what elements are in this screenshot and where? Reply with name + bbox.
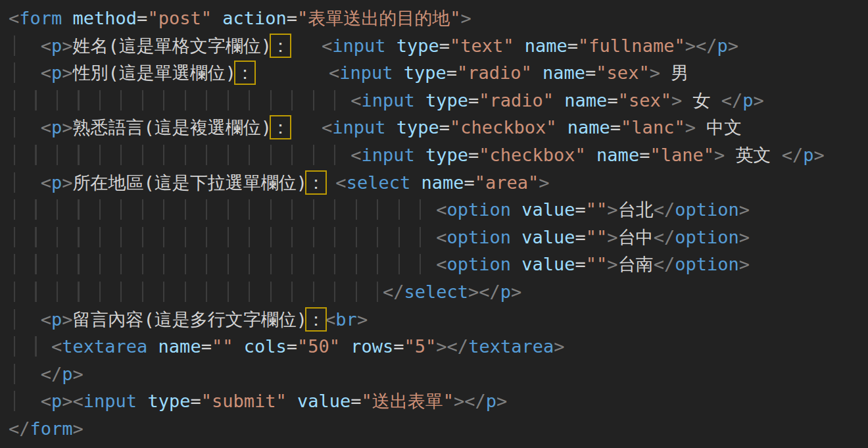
bracket-token: </: [782, 145, 804, 165]
tag-name-token: select: [404, 282, 468, 302]
equals-token: =: [575, 199, 586, 220]
equals-token: =: [287, 336, 297, 357]
whitespace: [289, 36, 322, 56]
code-line-5[interactable]: <p>熟悉語言(這是複選欄位)： <input type="checkbox" …: [9, 114, 868, 141]
code-line-16[interactable]: </form>: [9, 415, 868, 443]
attribute-name-token: type: [397, 117, 439, 137]
tag-name-token: option: [675, 199, 739, 220]
string-token: "送出表單": [362, 391, 454, 411]
indent-whitespace: [9, 336, 51, 357]
bracket-token: </: [721, 90, 743, 111]
string-token: "sex": [618, 90, 671, 111]
text-token: [554, 90, 564, 111]
code-line-13[interactable]: <textarea name="" cols="50" rows="5"></t…: [9, 333, 868, 361]
attribute-name-token: type: [397, 36, 439, 56]
bracket-token: >: [461, 8, 471, 28]
code-line-7[interactable]: <p>所在地區(這是下拉選單欄位)： <select name="area">: [9, 169, 868, 197]
code-line-8[interactable]: <option value="">台北</option>: [9, 196, 868, 224]
tag-name-token: input: [332, 117, 385, 137]
text-token: [385, 117, 396, 137]
bracket-token: >: [814, 145, 825, 165]
bracket-token: >: [739, 199, 750, 220]
equals-token: =: [575, 254, 586, 274]
bracket-token: <: [322, 36, 332, 56]
indent-whitespace: [9, 62, 41, 83]
text-token: [511, 254, 521, 274]
indent-whitespace: [9, 90, 350, 111]
string-token: "lane": [650, 145, 714, 165]
equals-token: =: [468, 90, 479, 111]
unicode-highlighted-colon: ：: [307, 172, 325, 193]
bracket-token: <: [322, 117, 332, 137]
tag-name-token: p: [51, 172, 62, 193]
code-line-3[interactable]: <p>性別(這是單選欄位)： <input type="radio" name=…: [9, 59, 868, 87]
string-token: "": [586, 199, 608, 220]
code-editor[interactable]: <form method="post" action="表單送出的目的地"> <…: [0, 0, 868, 448]
string-token: "表單送出的目的地": [297, 8, 461, 28]
bracket-token: ><: [62, 391, 84, 411]
tag-name-token: textarea: [62, 336, 147, 357]
bracket-token: >: [357, 309, 368, 330]
tag-name-token: p: [51, 309, 62, 330]
string-token: "checkbox": [450, 117, 557, 137]
equals-token: =: [567, 36, 578, 56]
equals-token: =: [585, 62, 596, 83]
tag-name-token: option: [675, 254, 739, 274]
equals-token: =: [639, 145, 650, 165]
text-token: 台南: [618, 254, 654, 274]
code-line-10[interactable]: <option value="">台南</option>: [9, 251, 868, 278]
equals-token: =: [607, 90, 617, 111]
text-token: 英文: [725, 145, 782, 165]
code-line-4[interactable]: <input type="radio" name="sex"> 女 </p>: [9, 87, 868, 114]
code-line-12[interactable]: <p>留言內容(這是多行文字欄位)：<br>: [9, 306, 868, 334]
bracket-token: ></: [436, 336, 468, 357]
indent-whitespace: [9, 282, 383, 302]
bracket-token: >: [496, 391, 507, 411]
tag-name-token: form: [30, 418, 73, 439]
indent-whitespace: [9, 36, 41, 56]
bracket-token: >: [554, 336, 564, 357]
bracket-token: <: [41, 117, 51, 137]
attribute-name-token: rows: [350, 336, 393, 357]
attribute-name-token: name: [596, 145, 639, 165]
tag-name-token: input: [361, 145, 414, 165]
indent-whitespace: [9, 117, 41, 137]
bracket-token: </: [9, 418, 30, 439]
code-line-2[interactable]: <p>姓名(這是單格文字欄位)： <input type="text" name…: [9, 32, 868, 60]
equals-token: =: [393, 336, 404, 357]
attribute-name-token: value: [521, 227, 575, 247]
tag-name-token: p: [486, 391, 496, 411]
code-line-9[interactable]: <option value="">台中</option>: [9, 224, 868, 251]
string-token: "5": [404, 336, 437, 357]
text-token: [514, 36, 525, 56]
tag-name-token: input: [332, 36, 385, 56]
bracket-token: <: [41, 391, 51, 411]
code-line-1[interactable]: <form method="post" action="表單送出的目的地">: [9, 5, 868, 32]
text-token: 所在地區(這是下拉選單欄位): [73, 172, 308, 193]
string-token: "lanc": [621, 117, 685, 137]
code-area[interactable]: <form method="post" action="表單送出的目的地"> <…: [9, 5, 868, 443]
attribute-name-token: name: [158, 336, 201, 357]
equals-token: =: [439, 36, 450, 56]
bracket-token: <: [325, 309, 335, 330]
text-token: [410, 172, 421, 193]
text-token: [233, 336, 243, 357]
code-line-14[interactable]: </p>: [9, 361, 868, 388]
tag-name-token: form: [19, 8, 62, 28]
bracket-token: <: [436, 199, 446, 220]
code-line-11[interactable]: </select></p>: [9, 278, 868, 306]
bracket-token: >: [714, 145, 725, 165]
bracket-token: <: [350, 145, 361, 165]
tag-name-token: option: [446, 227, 511, 247]
code-line-15[interactable]: <p><input type="submit" value="送出表單"></p…: [9, 387, 868, 415]
bracket-token: <: [9, 8, 19, 28]
text-token: [532, 62, 542, 83]
bracket-token: >: [685, 117, 696, 137]
code-line-6[interactable]: <input type="checkbox" name="lane"> 英文 <…: [9, 141, 868, 169]
bracket-token: >: [739, 227, 750, 247]
unicode-highlighted-colon: ：: [272, 117, 289, 137]
unicode-highlighted-colon: ：: [236, 62, 254, 83]
tag-name-token: p: [500, 282, 511, 302]
equals-token: =: [439, 117, 450, 137]
bracket-token: >: [739, 254, 750, 274]
